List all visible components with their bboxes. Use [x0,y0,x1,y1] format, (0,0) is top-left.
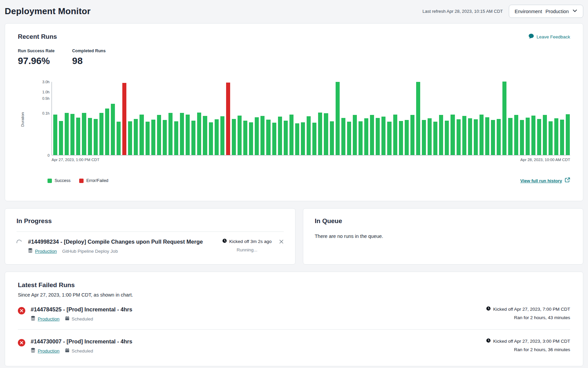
chart-bar-success [255,117,259,155]
run-status-text: Running... [222,247,272,252]
chart-bar-success [289,115,293,155]
clock-icon [486,306,491,312]
chart-bar-success [140,115,144,155]
chart-bar-success [566,114,570,155]
leave-feedback-link[interactable]: Leave Feedback [528,33,570,40]
chart-bar-success [359,121,363,155]
chart-plot-area [52,82,570,155]
chart-bar-success [445,121,449,155]
last-refresh-text: Last refresh Apr 28, 2023, 10:15 AM CDT [423,9,503,14]
chart-bar-success [191,121,195,155]
failed-status-icon [18,339,25,346]
chart-bar-success [232,119,236,155]
environment-link[interactable]: Production [38,316,60,321]
calendar-icon [65,316,69,322]
external-link-icon [565,177,570,184]
view-full-run-history-label: View full run history [520,178,562,183]
chart-bar-success [65,113,69,155]
chart-bar-success [266,120,270,155]
chart-bar-success [151,120,155,155]
failed-run-row: #144730007 - [Prod] Incremental - 4hrs P… [18,338,570,354]
chevron-down-icon [572,8,578,14]
stat-label: Run Success Rate [18,49,55,53]
y-tick-label: 0 [48,153,50,157]
job-type-text: GitHub Pipeline Deploy Job [62,249,118,254]
error-swatch [79,179,84,183]
chart-bars [52,82,570,155]
in-progress-card: In Progress #144998234 - [Deploy] Compil… [5,208,296,265]
environment-dropdown-label: Environment [515,9,542,14]
chart-bar-success [186,115,190,155]
chart-bar-success [526,118,530,155]
clock-icon [222,239,227,244]
chart-bar-success [543,115,547,155]
chart-bar-success [497,119,501,155]
chart-bar-success [220,116,224,155]
chart-bar-success [502,82,506,155]
chart-bar-success [353,115,357,155]
chart-y-axis: Duration 3.0h1.0h0.5h0.1h0 [18,82,52,155]
chart-bar-success [128,121,132,155]
latest-failed-title: Latest Failed Runs [18,281,570,289]
view-full-run-history-link[interactable]: View full run history [520,177,570,184]
chart-bar-success [99,113,103,155]
legend-item-error-failed: Error/Failed [79,178,108,183]
run-title: #144730007 - [Prod] Incremental - 4hrs [31,338,486,345]
recent-runs-card: Recent Runs Leave Feedback Run Success R… [5,23,583,201]
chart-bar-success [157,115,161,155]
chart-bar-success [399,121,403,155]
chart-bar-success [508,118,512,155]
failed-run-row: #144784525 - [Prod] Incremental - 4hrs P… [18,306,570,322]
chart-bar-success [301,122,305,155]
chart-bar-success [209,122,213,155]
chart-bar-success [416,82,420,155]
chart-bar-success [88,118,92,155]
x-axis-end-label: Apr 28, 2023, 10:00 AM CDT [520,158,570,162]
close-icon[interactable] [279,239,284,245]
stat-completed-runs: Completed Runs 98 [72,49,105,66]
chart-bar-success [174,121,178,155]
chart-bar-success [549,121,553,155]
y-tick-label: 0.5h [42,96,50,100]
y-axis-title: Duration [21,112,25,127]
environment-link[interactable]: Production [38,348,60,354]
y-tick-label: 1.0h [42,90,50,94]
deployment-monitor-page: Deployment Monitor Last refresh Apr 28, … [0,0,588,366]
chart-bar-failed [226,83,230,155]
trigger-text: Scheduled [72,316,93,321]
in-progress-title: In Progress [17,217,284,225]
database-icon [28,248,33,254]
chart-bar-failed [122,83,126,155]
environment-dropdown[interactable]: Environment Production [509,5,583,18]
y-tick-label: 3.0h [42,80,50,84]
in-queue-title: In Queue [315,217,571,225]
chart-bar-success [341,118,345,155]
header-right: Last refresh Apr 28, 2023, 10:15 AM CDT … [423,5,583,18]
chart-bar-success [278,117,282,155]
environment-link[interactable]: Production [35,249,57,254]
chart-bar-success [387,122,391,155]
chart-bar-success [468,118,472,155]
chart-bar-success [370,115,374,155]
chart-bar-success [318,113,322,155]
stats-row: Run Success Rate 97.96% Completed Runs 9… [18,49,570,66]
chart-bar-success [451,115,455,155]
heading-divider [17,232,284,232]
chart-bar-success [537,119,541,155]
chart-bar-success [405,120,409,155]
chart-bar-success [243,121,247,155]
chart-bar-success [433,122,437,155]
legend-item-success: Success [48,178,70,183]
stat-run-success-rate: Run Success Rate 97.96% [18,49,55,66]
chart-bar-success [364,118,368,155]
chart-bar-success [520,120,524,155]
kicked-off-text: Kicked off Apr 27, 2023, 7:00 PM CDT [493,307,570,312]
chart-bar-success [330,121,334,155]
page-title: Deployment Monitor [5,6,91,17]
environment-dropdown-value: Production [546,9,569,14]
clock-icon [486,338,491,344]
chart-bar-success [249,122,253,155]
chart-bar-success [238,116,242,155]
chart-bar-success [376,118,380,155]
latest-failed-subtitle: Since Apr 27, 2023, 1:00 PM CDT, as show… [18,292,570,298]
